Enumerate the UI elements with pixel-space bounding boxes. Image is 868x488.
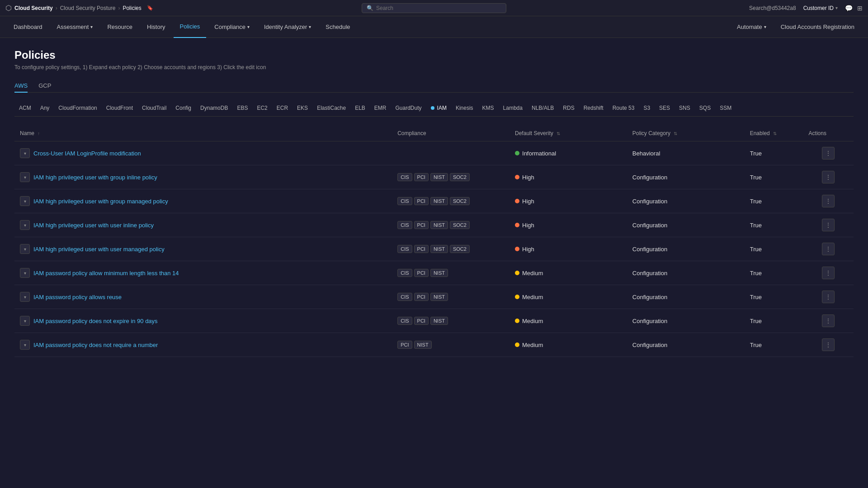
nav-history[interactable]: History	[141, 16, 171, 38]
nav-schedule[interactable]: Schedule	[319, 16, 356, 38]
policy-name-link[interactable]: IAM password policy allow minimum length…	[33, 270, 179, 277]
filter-sns[interactable]: SNS	[675, 103, 695, 113]
policy-name-link[interactable]: IAM password policy does not expire in 9…	[33, 318, 158, 324]
policy-name-link[interactable]: IAM high privileged user with user inlin…	[33, 222, 154, 229]
severity-label: High	[522, 222, 534, 229]
row-expand-button[interactable]: ▾	[20, 316, 30, 326]
nav-cloud-accounts[interactable]: Cloud Accounts Registration	[774, 16, 861, 38]
filter-dynamodb[interactable]: DynamoDB	[196, 103, 232, 113]
filter-iam[interactable]: IAM	[426, 103, 451, 113]
category-cell: Configuration	[627, 285, 745, 309]
compliance-tag: NIST	[430, 317, 448, 325]
nav-identity-analyzer[interactable]: Identity Analyzer ▾	[258, 16, 317, 38]
brand-label[interactable]: Cloud Security	[14, 5, 53, 11]
compliance-tag: NIST	[430, 269, 448, 277]
filter-cloudfront[interactable]: CloudFront	[102, 103, 137, 113]
row-actions-button[interactable]: ⋮	[822, 291, 835, 303]
nav-right: Automate ▾ Cloud Accounts Registration	[731, 16, 861, 38]
filter-eks[interactable]: EKS	[292, 103, 312, 113]
filter-guardduty[interactable]: GuardDuty	[391, 103, 426, 113]
filter-ec2[interactable]: EC2	[252, 103, 272, 113]
nav-assessment[interactable]: Assessment ▾	[51, 16, 99, 38]
severity-cell: High	[515, 246, 622, 253]
filter-ebs[interactable]: EBS	[232, 103, 252, 113]
col-header-compliance: Compliance	[392, 126, 509, 141]
severity-label: High	[522, 174, 534, 181]
filter-elb[interactable]: ELB	[350, 103, 370, 113]
search-input[interactable]	[376, 5, 501, 11]
bookmark-icon[interactable]: 🔖	[147, 5, 153, 11]
category-cell: Configuration	[627, 237, 745, 261]
customer-id-button[interactable]: Customer ID ▾	[803, 5, 838, 11]
col-header-name[interactable]: Name ↑	[14, 126, 392, 141]
policy-name-link[interactable]: IAM high privileged user with group inli…	[33, 174, 157, 181]
row-actions-button[interactable]: ⋮	[822, 219, 835, 231]
compliance-tags: CISPCINISTSOC2	[397, 245, 504, 253]
breadcrumb-posture[interactable]: Cloud Security Posture	[60, 5, 116, 11]
row-expand-button[interactable]: ▾	[20, 340, 30, 350]
tab-aws[interactable]: AWS	[14, 80, 28, 93]
compliance-tag: CIS	[397, 245, 412, 253]
row-actions-button[interactable]: ⋮	[822, 195, 835, 207]
col-header-severity[interactable]: Default Severity ⇅	[509, 126, 627, 141]
row-actions-button[interactable]: ⋮	[822, 267, 835, 279]
filter-route53[interactable]: Route 53	[608, 103, 639, 113]
filter-any[interactable]: Any	[36, 103, 54, 113]
filter-ses[interactable]: SES	[655, 103, 675, 113]
filter-cloudtrail[interactable]: CloudTrail	[137, 103, 171, 113]
grid-icon[interactable]: ⊞	[857, 5, 863, 12]
nav-compliance[interactable]: Compliance ▾	[208, 16, 256, 38]
policy-name-link[interactable]: IAM high privileged user with group mana…	[33, 198, 168, 205]
row-actions-button[interactable]: ⋮	[822, 314, 835, 327]
policy-name-link[interactable]: Cross-User IAM LoginProfile modification	[33, 150, 141, 157]
row-expand-button[interactable]: ▾	[20, 172, 30, 182]
filter-emr[interactable]: EMR	[370, 103, 391, 113]
user-email: Search@d53442a8	[749, 5, 796, 11]
nav-resource[interactable]: Resource	[101, 16, 139, 38]
policy-name-link[interactable]: IAM high privileged user with user manag…	[33, 246, 165, 253]
row-expand-button[interactable]: ▾	[20, 196, 30, 206]
nav-dashboard[interactable]: Dashboard	[7, 16, 49, 38]
severity-dot	[515, 175, 519, 179]
row-actions-button[interactable]: ⋮	[822, 243, 835, 255]
compliance-tags: PCINIST	[397, 341, 504, 349]
policy-name-link[interactable]: IAM password policy does not require a n…	[33, 342, 158, 348]
filter-elasticache[interactable]: ElastiCache	[312, 103, 350, 113]
compliance-tags: CISPCINISTSOC2	[397, 221, 504, 229]
filter-rds[interactable]: RDS	[558, 103, 579, 113]
tab-gcp[interactable]: GCP	[38, 80, 51, 93]
filter-sqs[interactable]: SQS	[695, 103, 715, 113]
filter-kinesis[interactable]: Kinesis	[451, 103, 478, 113]
messages-icon[interactable]: 💬	[845, 5, 853, 12]
filter-kms[interactable]: KMS	[478, 103, 499, 113]
filter-redshift[interactable]: Redshift	[579, 103, 608, 113]
filter-cloudformation[interactable]: CloudFormation	[54, 103, 101, 113]
filter-s3[interactable]: S3	[639, 103, 655, 113]
row-actions-button[interactable]: ⋮	[822, 171, 835, 183]
filter-lambda[interactable]: Lambda	[499, 103, 527, 113]
filter-nlb-alb[interactable]: NLB/ALB	[527, 103, 558, 113]
filter-ecr[interactable]: ECR	[272, 103, 292, 113]
enabled-cell: True	[745, 189, 803, 213]
filter-acm[interactable]: ACM	[14, 103, 36, 113]
col-header-category[interactable]: Policy Category ⇅	[627, 126, 745, 141]
enabled-cell: True	[745, 285, 803, 309]
row-expand-button[interactable]: ▾	[20, 148, 30, 158]
policy-name-link[interactable]: IAM password policy allows reuse	[33, 294, 122, 300]
filter-ssm[interactable]: SSM	[715, 103, 736, 113]
filter-config[interactable]: Config	[171, 103, 196, 113]
row-expand-button[interactable]: ▾	[20, 268, 30, 278]
row-expand-button[interactable]: ▾	[20, 292, 30, 302]
col-header-enabled[interactable]: Enabled ⇅	[745, 126, 803, 141]
row-actions-button[interactable]: ⋮	[822, 338, 835, 351]
compliance-tags: CISPCINISTSOC2	[397, 197, 504, 205]
severity-cell: High	[515, 222, 622, 229]
row-actions-button[interactable]: ⋮	[822, 147, 835, 160]
row-expand-button[interactable]: ▾	[20, 244, 30, 254]
row-expand-button[interactable]: ▾	[20, 220, 30, 230]
search-box[interactable]: 🔍	[362, 3, 506, 13]
nav-policies[interactable]: Policies	[174, 16, 207, 38]
nav-automate[interactable]: Automate ▾	[731, 16, 773, 38]
policy-name-cell: ▾ IAM high privileged user with group ma…	[20, 196, 387, 206]
breadcrumb-sep-1: ›	[56, 5, 57, 11]
